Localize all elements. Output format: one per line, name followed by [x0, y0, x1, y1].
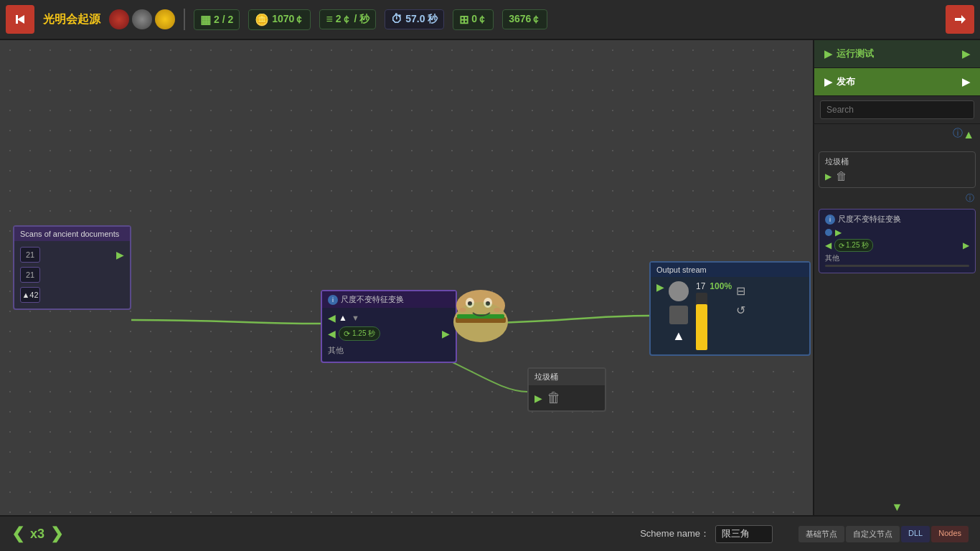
- output-icons: ⊟ ↺: [736, 284, 745, 350]
- tf-triangle: ▲: [339, 313, 347, 323]
- sp-row-dot: ▶: [825, 227, 969, 237]
- tab-basic[interactable]: 基础节点: [798, 526, 844, 542]
- tab-custom[interactable]: 自定义节点: [846, 526, 900, 542]
- node-scans[interactable]: Scans of ancient documents 21 ▶ 21 ▲ 42: [13, 225, 131, 310]
- sp-timer-value: 1.25 秒: [846, 240, 869, 250]
- badge-21b: 21: [20, 267, 40, 283]
- total-stat: 3676￠: [502, 9, 547, 29]
- exit-button[interactable]: [946, 5, 974, 34]
- port-out-arrow-1: ▶: [116, 249, 124, 260]
- sp-timer-icon: ⟳: [839, 242, 844, 250]
- total-value: 3676￠: [509, 13, 541, 26]
- publish-label: 发布: [837, 75, 855, 88]
- output-count: 17: [696, 281, 705, 291]
- rp-scroll-area[interactable]: 垃圾桶 ▶ 🗑 ⓘ i 尺度不变特征变换 ▶ ◀ ⟳ 1.25: [814, 146, 980, 499]
- sp-trash-card[interactable]: 垃圾桶 ▶ 🗑: [819, 151, 976, 188]
- chevron-right[interactable]: ❯: [50, 524, 63, 543]
- right-panel: ▶ 运行测试 ▶ ▶ 发布 ▶ ⓘ ▲ 垃圾桶 ▶ 🗑 ⓘ i 尺度不变特征变: [813, 40, 980, 515]
- sp-trash-icon: 🗑: [836, 170, 847, 183]
- node-trash[interactable]: 垃圾桶 ▶ 🗑: [527, 367, 606, 412]
- coins-value: 1070￠: [272, 13, 304, 26]
- run-arrow-right: ▶: [962, 48, 970, 60]
- tf-row-2: ◀ ⟳ 1.25 秒 ▶: [328, 326, 450, 341]
- port-in-trash: ▶: [534, 392, 542, 404]
- progress-icon: ▦: [200, 13, 211, 27]
- tab-dll[interactable]: DLL: [901, 526, 930, 542]
- info-button[interactable]: ⓘ: [953, 127, 963, 143]
- scroll-down-arrow[interactable]: ▼: [814, 499, 980, 515]
- tf-other: 其他: [328, 344, 450, 357]
- node-scans-body: 21 ▶ 21 ▲ 42: [14, 241, 130, 309]
- sp-other: 其他: [825, 253, 969, 263]
- svg-rect-2: [955, 18, 962, 21]
- tab-nodes[interactable]: Nodes: [931, 526, 969, 542]
- node-output-title: Output stream: [651, 263, 809, 277]
- port-row-1: 21 ▶: [20, 247, 124, 263]
- info-row: ⓘ ▲: [814, 124, 980, 146]
- timer-value: 57.0 秒: [405, 13, 438, 26]
- tf-row-1: ◀ ▲ ▼: [328, 312, 450, 324]
- output-left: ▲: [669, 281, 689, 350]
- scheme-name-section: Scheme name：: [640, 525, 773, 543]
- sp-node-title: i 尺度不变特征变换: [825, 214, 969, 225]
- sp-timer: ⟳ 1.25 秒: [834, 239, 873, 252]
- port-in-arrow: ◀: [328, 312, 336, 324]
- sp-bar: [825, 265, 969, 267]
- scheme-input[interactable]: [715, 525, 773, 543]
- timer-stat: ⏱ 57.0 秒: [385, 9, 444, 29]
- scroll-up-arrow[interactable]: ▲: [963, 127, 974, 143]
- layers-icon[interactable]: ⊟: [736, 284, 745, 298]
- out-square: [669, 306, 688, 324]
- run-label: 运行测试: [837, 47, 874, 60]
- run-test-button[interactable]: ▶ 运行测试 ▶: [814, 40, 980, 68]
- node-scans-title: Scans of ancient documents: [14, 227, 130, 241]
- node-transform[interactable]: i 尺度不变特征变换 ◀ ▲ ▼ ◀ ⟳ 1.25 秒 ▶ 其他: [321, 290, 457, 363]
- svg-marker-0: [17, 15, 24, 24]
- bottom-tabs: 基础节点 自定义节点 DLL Nodes: [798, 526, 969, 542]
- output-pct: 100%: [710, 281, 732, 291]
- badge-21a: 21: [20, 247, 40, 263]
- node-transform-body: ◀ ▲ ▼ ◀ ⟳ 1.25 秒 ▶ 其他: [322, 308, 456, 362]
- node-output-body: ▶ ▲ 17 100% ⊟ ↺: [651, 277, 809, 354]
- sp-trash-title: 垃圾桶: [825, 156, 969, 167]
- run-arrow-left: ▶: [824, 48, 832, 60]
- publish-arrow-left: ▶: [824, 76, 832, 88]
- mascot: [441, 283, 520, 347]
- rate-icon: ≡: [326, 13, 332, 26]
- search-input[interactable]: [820, 100, 974, 119]
- svg-marker-3: [961, 15, 966, 24]
- out-circle: [669, 281, 689, 301]
- node-trash-title: 垃圾桶: [529, 369, 605, 385]
- tf-arrow-down: ▼: [352, 314, 359, 322]
- sp-node-card[interactable]: i 尺度不变特征变换 ▶ ◀ ⟳ 1.25 秒 ▶ 其他: [819, 209, 976, 273]
- sp-row-timer: ◀ ⟳ 1.25 秒 ▶: [825, 239, 969, 252]
- multiplier-value: x3: [30, 527, 44, 542]
- topbar: 光明会起源 ▦ 2 / 2 🪙 1070￠ ≡ 2￠ / 秒 ⏱ 57.0 秒 …: [0, 0, 980, 40]
- coin-icon: 🪙: [255, 13, 269, 27]
- progress-bar: [696, 293, 707, 350]
- node-trash-body: ▶ 🗑: [529, 385, 605, 410]
- port-row-2: 21: [20, 267, 124, 283]
- back-button[interactable]: [6, 5, 34, 34]
- publish-arrow-right: ▶: [962, 76, 970, 88]
- refresh-icon[interactable]: ↺: [736, 303, 745, 317]
- out-triangle: ▲: [672, 329, 685, 344]
- publish-button[interactable]: ▶ 发布 ▶: [814, 68, 980, 96]
- timer-icon-tf: ⟳: [344, 329, 350, 339]
- progress-stat: ▦ 2 / 2: [194, 9, 240, 30]
- canvas-area[interactable]: Scans of ancient documents 21 ▶ 21 ▲ 42 …: [0, 40, 813, 515]
- node-output[interactable]: Output stream ▶ ▲ 17 100% ⊟ ↺: [649, 261, 811, 356]
- svg-rect-1: [16, 15, 18, 24]
- tf-timer-value: 1.25 秒: [352, 329, 375, 339]
- scheme-label: Scheme name：: [640, 527, 710, 540]
- timer-icon: ⏱: [391, 13, 402, 26]
- chevron-left[interactable]: ❮: [11, 524, 24, 543]
- sp-info-icon: ⓘ: [966, 192, 974, 204]
- medal-red: [109, 9, 129, 29]
- node-transform-title: 尺度不变特征变换: [341, 294, 404, 305]
- medal-gold: [155, 9, 175, 29]
- rate-stat: ≡ 2￠ / 秒: [319, 9, 376, 29]
- coins-stat: 🪙 1070￠: [248, 9, 311, 30]
- trash-can-icon: 🗑: [547, 390, 561, 406]
- zero-stat: ⊞ 0￠: [453, 9, 494, 30]
